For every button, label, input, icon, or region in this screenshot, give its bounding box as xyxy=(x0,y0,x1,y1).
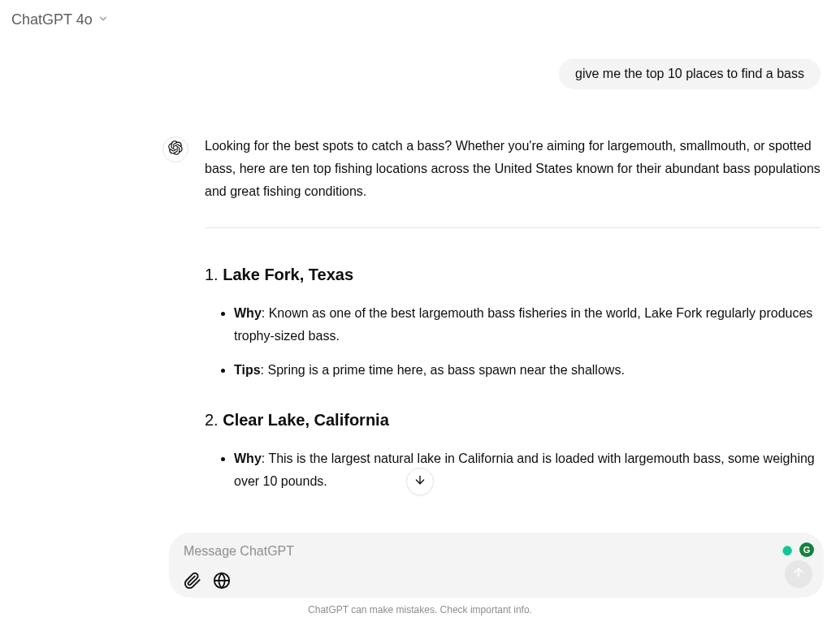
list-item-number: 1. xyxy=(205,266,219,283)
assistant-message-row: Looking for the best spots to catch a ba… xyxy=(162,135,824,505)
chat-area: give me the top 10 places to find a bass… xyxy=(162,58,824,505)
why-text: : Known as one of the best largemouth ba… xyxy=(234,306,812,343)
list-item-name: Lake Fork, Texas xyxy=(223,266,353,283)
disclaimer-footer: ChatGPT can make mistakes. Check importa… xyxy=(0,604,840,616)
attach-file-button[interactable] xyxy=(184,572,201,590)
assistant-intro-text: Looking for the best spots to catch a ba… xyxy=(205,135,821,203)
arrow-down-icon xyxy=(414,473,426,490)
model-label: ChatGPT 4o xyxy=(11,11,93,28)
list-item-number: 2. xyxy=(205,411,219,429)
composer-right-extras: ⬤ G xyxy=(780,542,814,557)
list-item-details: Why: This is the largest natural lake in… xyxy=(205,447,821,493)
grammarly-icon[interactable]: ⬤ xyxy=(780,542,795,557)
list-item-details: Why: Known as one of the best largemouth… xyxy=(205,302,821,382)
list-item-why: Why: Known as one of the best largemouth… xyxy=(234,302,821,348)
grammarly-badge-icon[interactable]: G xyxy=(799,542,814,557)
composer: ⬤ G xyxy=(169,533,824,598)
composer-container: ⬤ G xyxy=(169,533,824,598)
web-search-button[interactable] xyxy=(213,572,231,590)
assistant-avatar xyxy=(162,136,188,162)
user-message-bubble: give me the top 10 places to find a bass xyxy=(559,58,821,89)
list-item-heading: 2. Clear Lake, California xyxy=(205,406,821,434)
message-input[interactable] xyxy=(184,544,809,559)
send-button[interactable] xyxy=(785,560,812,588)
list-item-heading: 1. Lake Fork, Texas xyxy=(205,261,821,289)
list-item-tips: Tips: Spring is a prime time here, as ba… xyxy=(234,359,821,382)
why-text: : This is the largest natural lake in Ca… xyxy=(234,451,815,488)
list-item-why: Why: This is the largest natural lake in… xyxy=(234,447,821,493)
chevron-down-icon xyxy=(97,13,109,28)
user-message-row: give me the top 10 places to find a bass xyxy=(162,58,824,89)
model-switcher[interactable]: ChatGPT 4o xyxy=(11,11,109,28)
tips-label: Tips xyxy=(234,363,261,377)
composer-left-tools xyxy=(184,572,809,590)
assistant-message-content: Looking for the best spots to catch a ba… xyxy=(205,135,824,505)
scroll-to-bottom-button[interactable] xyxy=(406,468,434,495)
list-item-name: Clear Lake, California xyxy=(223,411,389,429)
divider xyxy=(205,227,821,228)
arrow-up-icon xyxy=(792,566,805,582)
tips-text: : Spring is a prime time here, as bass s… xyxy=(261,363,625,377)
why-label: Why xyxy=(234,306,262,320)
why-label: Why xyxy=(234,451,262,465)
openai-logo-icon xyxy=(168,140,183,158)
